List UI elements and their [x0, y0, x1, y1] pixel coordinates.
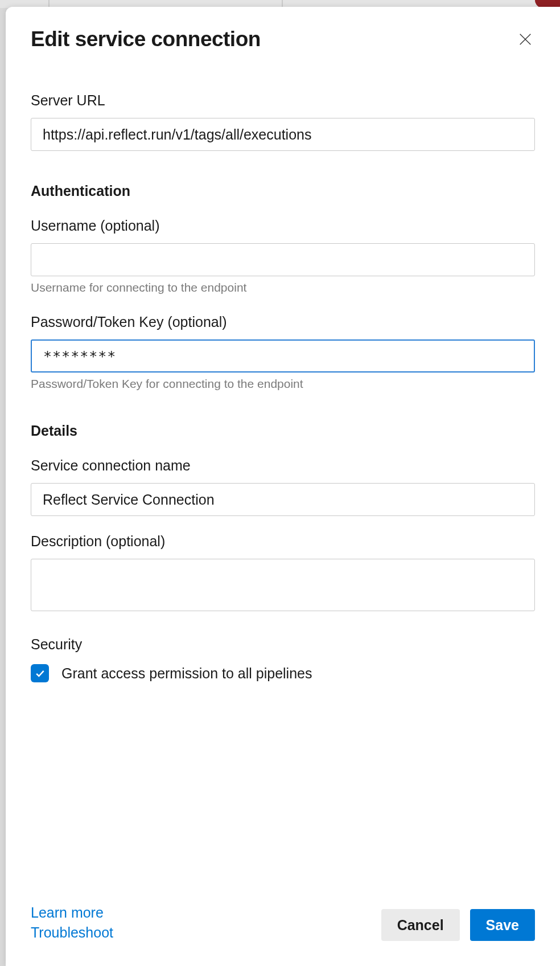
grant-access-checkbox[interactable]: [31, 664, 49, 682]
footer-buttons: Cancel Save: [381, 909, 535, 941]
dialog-footer: Learn more Troubleshoot Cancel Save: [6, 893, 560, 966]
learn-more-link[interactable]: Learn more: [31, 904, 113, 921]
cancel-button[interactable]: Cancel: [381, 909, 460, 941]
username-label: Username (optional): [31, 218, 535, 234]
service-name-label: Service connection name: [31, 457, 535, 474]
username-help: Username for connecting to the endpoint: [31, 281, 535, 294]
save-button[interactable]: Save: [470, 909, 535, 941]
grant-access-row[interactable]: Grant access permission to all pipelines: [31, 664, 535, 682]
close-icon: [517, 31, 533, 47]
security-heading: Security: [31, 636, 535, 653]
check-icon: [34, 668, 46, 679]
grant-access-label: Grant access permission to all pipelines: [61, 665, 312, 682]
description-input[interactable]: [31, 559, 535, 611]
dialog-header: Edit service connection: [6, 7, 560, 51]
password-input[interactable]: [31, 339, 535, 373]
footer-links: Learn more Troubleshoot: [31, 904, 113, 941]
password-label: Password/Token Key (optional): [31, 314, 535, 330]
edit-service-connection-dialog: Edit service connection Server URL Authe…: [6, 7, 560, 966]
server-url-input[interactable]: [31, 118, 535, 151]
service-name-field: Service connection name: [31, 457, 535, 516]
details-heading: Details: [31, 423, 535, 439]
service-name-input[interactable]: [31, 483, 535, 516]
password-help: Password/Token Key for connecting to the…: [31, 377, 535, 391]
description-label: Description (optional): [31, 533, 535, 550]
dialog-body: Server URL Authentication Username (opti…: [6, 51, 560, 893]
server-url-label: Server URL: [31, 92, 535, 109]
username-input[interactable]: [31, 243, 535, 276]
close-button[interactable]: [516, 30, 535, 49]
authentication-heading: Authentication: [31, 183, 535, 199]
description-field: Description (optional): [31, 533, 535, 613]
security-section: Security Grant access permission to all …: [31, 636, 535, 682]
troubleshoot-link[interactable]: Troubleshoot: [31, 924, 113, 941]
password-field: Password/Token Key (optional) Password/T…: [31, 314, 535, 391]
details-section: Details Service connection name Descript…: [31, 423, 535, 613]
username-field: Username (optional) Username for connect…: [31, 218, 535, 294]
authentication-section: Authentication Username (optional) Usern…: [31, 183, 535, 391]
server-url-field: Server URL: [31, 92, 535, 151]
dialog-title: Edit service connection: [31, 27, 261, 51]
